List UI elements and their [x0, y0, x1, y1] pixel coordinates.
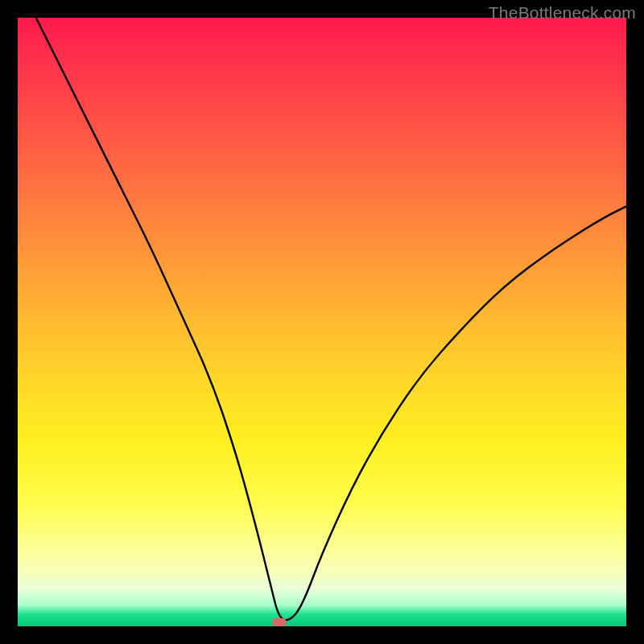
minimum-marker: [272, 618, 287, 626]
chart-frame: TheBottleneck.com: [0, 0, 644, 644]
watermark-label: TheBottleneck.com: [489, 3, 636, 23]
bottleneck-curve: [18, 18, 626, 626]
plot-area: [18, 18, 626, 626]
